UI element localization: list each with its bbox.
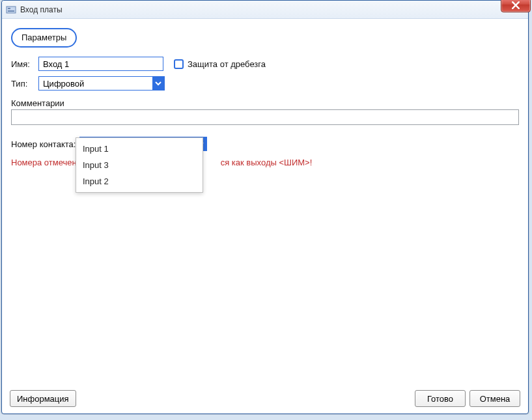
app-icon xyxy=(6,5,16,15)
cancel-button[interactable]: Отмена xyxy=(469,390,520,407)
type-label: Тип: xyxy=(11,79,38,89)
checkbox-box-icon xyxy=(174,59,184,69)
svg-rect-0 xyxy=(7,7,16,13)
comments-input[interactable] xyxy=(11,109,519,125)
footer: Информация Готово Отмена xyxy=(10,390,520,407)
svg-rect-1 xyxy=(8,8,10,9)
comments-row: Комментарии xyxy=(11,98,519,125)
type-select[interactable]: Цифровой xyxy=(38,76,165,91)
type-row: Тип: Цифровой xyxy=(11,76,519,91)
window-title: Вход платы xyxy=(20,5,63,14)
contact-dropdown-list: Input 1 Input 3 Input 2 xyxy=(76,137,203,193)
info-button[interactable]: Информация xyxy=(10,390,76,407)
comments-label: Комментарии xyxy=(11,98,519,108)
debounce-checkbox[interactable]: Защита от дребезга xyxy=(174,59,266,69)
close-icon xyxy=(512,1,520,9)
type-select-value: Цифровой xyxy=(39,79,152,89)
warn-suffix: ся как выходы <ШИМ>! xyxy=(221,158,313,167)
dropdown-option[interactable]: Input 1 xyxy=(76,141,203,157)
svg-rect-2 xyxy=(8,10,14,12)
name-row: Имя: Защита от дребезга xyxy=(11,57,519,71)
dialog-window: Вход платы Параметры Имя: Защита от дреб… xyxy=(1,0,529,414)
titlebar: Вход платы xyxy=(2,1,528,19)
dropdown-option[interactable]: Input 3 xyxy=(76,157,203,173)
name-label: Имя: xyxy=(11,59,38,69)
warn-prefix: Номера отмечен xyxy=(11,158,77,167)
name-input[interactable] xyxy=(38,57,163,71)
tab-parameters[interactable]: Параметры xyxy=(11,28,77,48)
ok-button[interactable]: Готово xyxy=(415,390,466,407)
dropdown-option[interactable]: Input 2 xyxy=(76,173,203,189)
debounce-label: Защита от дребезга xyxy=(188,59,266,69)
content-area: Параметры Имя: Защита от дребезга Тип: Ц… xyxy=(2,19,528,413)
chevron-down-icon xyxy=(152,77,164,90)
close-button[interactable] xyxy=(501,0,531,12)
contact-number-label: Номер контакта: xyxy=(11,139,76,149)
